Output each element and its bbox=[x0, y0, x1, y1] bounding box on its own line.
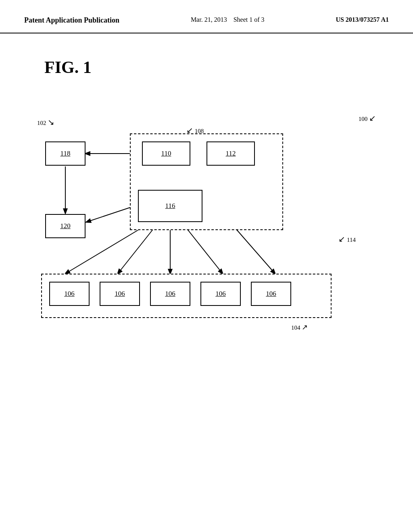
label-106-4: 106 bbox=[215, 290, 226, 298]
svg-line-9 bbox=[182, 223, 223, 274]
ref-108: ↙ 108 bbox=[186, 125, 204, 135]
ref-114: ↙ 114 bbox=[338, 234, 356, 244]
label-106-2: 106 bbox=[115, 290, 125, 298]
header-publication-label: Patent Application Publication bbox=[24, 16, 119, 25]
box-110: 110 bbox=[142, 141, 190, 166]
label-106-1: 106 bbox=[64, 290, 75, 298]
ref-104: 104 ↗ bbox=[291, 323, 308, 332]
header-patent-number: US 2013/073257 A1 bbox=[336, 16, 389, 23]
box-106-3: 106 bbox=[150, 282, 190, 306]
box-120: 120 bbox=[45, 214, 86, 238]
label-116: 116 bbox=[165, 202, 175, 210]
ref-100: 100 ↙ bbox=[359, 113, 376, 123]
box-106-4: 106 bbox=[200, 282, 241, 306]
header-sheet: Sheet 1 of 3 bbox=[234, 16, 265, 23]
box-106-1: 106 bbox=[49, 282, 90, 306]
header-date-sheet: Mar. 21, 2013 Sheet 1 of 3 bbox=[191, 16, 265, 23]
main-content: FIG. 1 bbox=[0, 33, 413, 399]
svg-line-10 bbox=[231, 223, 275, 274]
box-112: 112 bbox=[206, 141, 255, 166]
header-date: Mar. 21, 2013 bbox=[191, 16, 227, 23]
svg-line-7 bbox=[118, 223, 158, 274]
label-106-5: 106 bbox=[266, 290, 276, 298]
patent-diagram: 118 120 110 112 116 106 106 106 bbox=[33, 93, 380, 375]
box-118: 118 bbox=[45, 141, 86, 166]
label-106-3: 106 bbox=[165, 290, 175, 298]
page-header: Patent Application Publication Mar. 21, … bbox=[0, 0, 413, 33]
ref-102: 102 ↘ bbox=[37, 117, 54, 127]
box-116: 116 bbox=[138, 190, 202, 222]
label-110: 110 bbox=[161, 150, 171, 158]
figure-label: FIG. 1 bbox=[44, 58, 381, 77]
label-118: 118 bbox=[60, 150, 71, 158]
box-106-2: 106 bbox=[100, 282, 140, 306]
label-112: 112 bbox=[226, 150, 236, 158]
box-106-5: 106 bbox=[251, 282, 291, 306]
label-120: 120 bbox=[60, 222, 71, 230]
